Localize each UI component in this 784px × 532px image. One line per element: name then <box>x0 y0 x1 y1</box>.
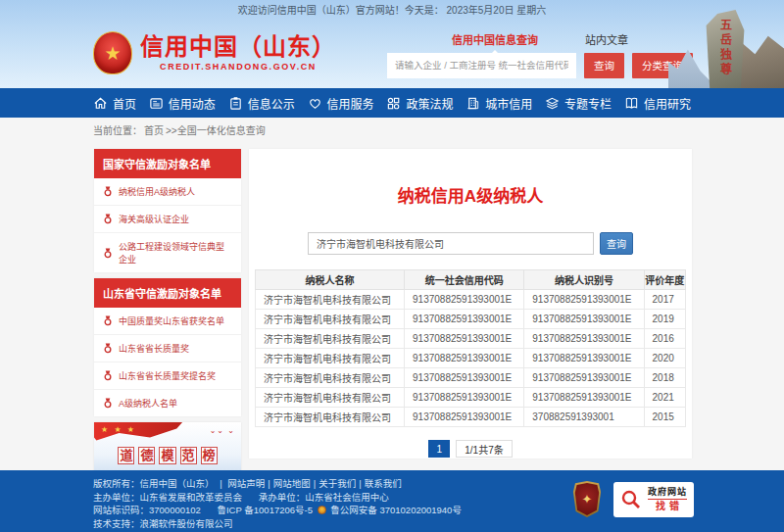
table-cell: 2019 <box>644 310 685 329</box>
gov-site-find-error-badge[interactable]: 政府网站 找错 <box>613 482 694 517</box>
separator: | <box>220 478 221 489</box>
host-unit: 主办单位：山东省发展和改革委员会 <box>93 492 242 503</box>
footer-link[interactable]: 联系我们 <box>365 478 402 489</box>
sidebar-sections: 国家守信激励对象名单纳税信用A级纳税人海关高级认证企业公路工程建设领域守信典型企… <box>94 149 241 416</box>
table-row: 济宁市海智机电科技有限公司91370882591393001E913708825… <box>256 329 686 349</box>
sidebar-item[interactable]: 山东省省长质量奖 <box>94 335 241 363</box>
heart-icon <box>308 96 322 111</box>
main-panel: 纳税信用A级纳税人 查询 纳税人名称统一社会信用代码纳税人识别号评价年度 济宁市… <box>249 149 692 459</box>
page-summary: 1/1共7条 <box>456 440 512 458</box>
clipboard-icon <box>228 96 243 111</box>
table-cell: 2021 <box>644 388 685 408</box>
table-cell: 济宁市海智机电科技有限公司 <box>256 408 405 427</box>
sidebar-item[interactable]: 山东省省长质量奖提名奖 <box>94 363 241 390</box>
company-search-input[interactable] <box>308 232 594 255</box>
nav-item-special-column[interactable]: 专题专栏 <box>545 95 612 112</box>
table-cell: 济宁市海智机电科技有限公司 <box>256 388 405 408</box>
header-search-row: 查询 分类查询 <box>387 53 693 78</box>
stone-caption: 五岳独尊 <box>717 19 734 88</box>
breadcrumb-home-link[interactable]: 首页 <box>144 122 164 137</box>
query-row: 查询 <box>249 232 692 255</box>
footer-badges: ✦ 政府网站 找错 <box>572 481 694 517</box>
undertake-unit: 承办单位：山东省社会信用中心 <box>259 492 389 503</box>
table-cell: 济宁市海智机电科技有限公司 <box>256 329 405 349</box>
table-cell: 济宁市海智机电科技有限公司 <box>256 310 405 329</box>
sidebar-item[interactable]: 海关高级认证企业 <box>94 206 241 233</box>
medal-icon <box>103 343 113 354</box>
medal-icon <box>103 248 113 259</box>
table-row: 济宁市海智机电科技有限公司91370882591393001E913708825… <box>256 388 686 408</box>
footer: 版权所有：信用中国（山东） | 网站声明|网站地图|关于我们|联系我们 主办单位… <box>0 470 784 532</box>
table-row: 济宁市海智机电科技有限公司91370882591393001E913708825… <box>256 290 686 310</box>
table-cell: 2017 <box>644 290 685 310</box>
table-cell: 91370882591393001E <box>405 349 524 368</box>
nav-item-policy[interactable]: 政策法规 <box>386 95 453 112</box>
shield-emblem-icon: ✦ <box>574 483 600 515</box>
nav-item-credit-news[interactable]: 信用动态 <box>149 95 216 112</box>
party-shield-badge[interactable]: ✦ <box>572 481 602 517</box>
table-cell: 91370882591393001E <box>405 408 524 427</box>
nav-item-label: 政策法规 <box>406 95 453 112</box>
mountain-decoration: 五岳独尊 <box>668 0 784 88</box>
layers-icon <box>545 96 560 111</box>
welcome-bar: 欢迎访问信用中国（山东）官方网站！今天是： 2023年5月20日 星期六 <box>0 0 784 18</box>
breadcrumb: 当前位置： 首页 >>全国一体化信息查询 <box>0 118 784 142</box>
sidebar-item[interactable]: 中国质量奖山东省获奖名单 <box>94 308 241 335</box>
table-cell: 91370882591393001E <box>524 310 644 329</box>
table-cell: 济宁市海智机电科技有限公司 <box>256 368 405 388</box>
query-button[interactable]: 查询 <box>600 232 633 255</box>
breadcrumb-path: >>全国一体化信息查询 <box>166 122 266 137</box>
logo-text: 信用中国（山东） CREDIT.SHANDONG.GOV.CN <box>140 34 336 72</box>
sidebar-section-title: 国家守信激励对象名单 <box>94 149 241 178</box>
table-cell: 91370882591393001E <box>524 388 644 408</box>
banner-char: 模 <box>159 447 175 464</box>
badge-title: 政府网站 <box>648 487 687 498</box>
nav-item-credit-service[interactable]: 信用服务 <box>308 95 374 112</box>
footer-link[interactable]: 网站地图 <box>273 478 311 489</box>
news-icon <box>149 96 164 111</box>
sidebar-item[interactable]: 公路工程建设领域守信典型企业 <box>94 233 241 272</box>
site-domain: CREDIT.SHANDONG.GOV.CN <box>160 62 317 72</box>
nav-item-info-disclosure[interactable]: 信息公示 <box>228 95 295 112</box>
content-area: 国家守信激励对象名单纳税信用A级纳税人海关高级认证企业公路工程建设领域守信典型企… <box>0 142 784 470</box>
table-cell: 91370882591393001E <box>405 310 524 329</box>
page-number-button[interactable]: 1 <box>428 440 450 458</box>
tab-credit-info-query[interactable]: 信用中国信息查询 <box>452 31 538 47</box>
table-cell: 91370882591393001E <box>405 329 524 349</box>
nav-item-credit-research[interactable]: 信用研究 <box>624 95 691 112</box>
nav-item-home[interactable]: 首页 <box>93 95 136 112</box>
table-cell: 91370882591393001E <box>524 290 644 310</box>
sidebar-item[interactable]: A级纳税人名单 <box>94 390 241 416</box>
sidebar-section: 山东省守信激励对象名单中国质量奖山东省获奖名单山东省省长质量奖山东省省长质量奖提… <box>94 278 241 416</box>
footer-link[interactable]: 关于我们 <box>318 478 356 489</box>
site-logo[interactable]: ★ 信用中国（山东） CREDIT.SHANDONG.GOV.CN <box>93 31 336 74</box>
site-title: 信用中国（山东） <box>140 34 336 60</box>
nav-item-city-credit[interactable]: 城市信用 <box>466 95 532 112</box>
main-nav: 首页信用动态信息公示信用服务政策法规城市信用专题专栏信用研究 <box>0 88 784 118</box>
header-search-input[interactable] <box>387 53 576 78</box>
banner-title: 道德模范榜 <box>94 446 241 464</box>
copyright-text: 版权所有：信用中国（山东） <box>93 478 215 489</box>
magnifier-icon <box>620 489 642 510</box>
table-cell: 2018 <box>644 368 685 388</box>
psb-number[interactable]: 鲁公网安备 37010202001940号 <box>330 505 462 515</box>
table-cell: 91370882591393001E <box>524 349 644 368</box>
table-header-row: 纳税人名称统一社会信用代码纳税人识别号评价年度 <box>256 270 686 290</box>
table-cell: 济宁市海智机电科技有限公司 <box>256 290 405 310</box>
tech-support: 技术支持：浪潮软件股份有限公司 <box>93 518 233 529</box>
table-cell: 济宁市海智机电科技有限公司 <box>256 349 405 368</box>
tab-site-articles[interactable]: 站内文章 <box>585 31 628 47</box>
icp-number[interactable]: 鲁ICP 备10017206号-5 <box>217 505 313 515</box>
sidebar-item[interactable]: 纳税信用A级纳税人 <box>94 178 241 206</box>
header-search-button[interactable]: 查询 <box>584 53 624 78</box>
sidebar-item-label: 山东省省长质量奖 <box>119 342 189 355</box>
grid-icon <box>386 96 401 111</box>
column-header: 纳税人识别号 <box>524 270 644 290</box>
nav-item-label: 信用研究 <box>644 95 691 112</box>
badge-action: 找错 <box>648 499 687 512</box>
home-icon <box>93 96 108 111</box>
find-error-text: 政府网站 找错 <box>648 487 687 512</box>
table-cell: 2015 <box>644 408 685 427</box>
table-row: 济宁市海智机电科技有限公司91370882591393001E913708825… <box>256 310 686 329</box>
footer-link[interactable]: 网站声明 <box>227 478 265 489</box>
